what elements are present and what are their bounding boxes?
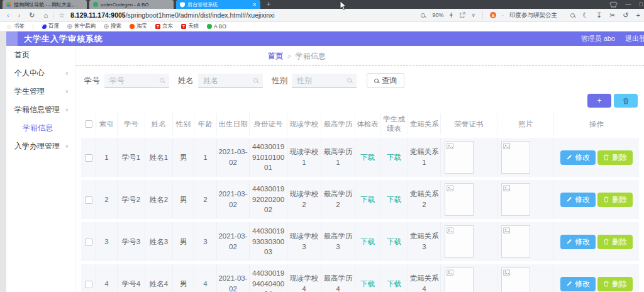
search-button[interactable]: 查询: [367, 73, 404, 88]
maximize-button[interactable]: □: [640, 1, 643, 8]
delete-button[interactable]: 删除: [597, 150, 633, 165]
breadcrumb-home[interactable]: 首页: [268, 51, 283, 62]
current-user: 管理员 abo: [581, 34, 615, 43]
bookmark-jd[interactable]: T 京东: [155, 23, 173, 30]
tab-title: 搜狗网址导航 - - 网址大全,实用网...: [14, 1, 83, 8]
pencil-icon: [566, 239, 572, 245]
physical-exam-download-link[interactable]: 下载: [360, 196, 375, 203]
forward-icon[interactable]: ›: [18, 11, 21, 19]
minimize-button[interactable]: —: [626, 1, 631, 8]
trash-icon: [603, 196, 609, 203]
divider: [33, 24, 33, 30]
col-header: 荣誉证书: [441, 113, 497, 135]
grades-download-link[interactable]: 下载: [387, 154, 401, 161]
row-checkbox[interactable]: [85, 239, 92, 246]
cell-education: 最高学历3: [321, 222, 355, 261]
batch-delete-button[interactable]: [614, 94, 638, 108]
edit-button-label: 修改: [575, 152, 590, 163]
bookmark-label: 天猫: [188, 23, 199, 30]
broken-image-icon: [447, 185, 454, 192]
sidebar-item-personal-center[interactable]: 个人中心 ∨: [6, 64, 75, 82]
photo-image: [501, 183, 530, 216]
physical-exam-download-link[interactable]: 下载: [360, 238, 375, 245]
edit-button[interactable]: 修改: [560, 150, 596, 165]
edit-button[interactable]: 修改: [560, 193, 596, 207]
bookmark-search[interactable]: 搜索: [104, 23, 121, 30]
sidebar-item-student-record-management[interactable]: 学籍信息管理 ∧: [6, 101, 75, 119]
delete-button[interactable]: 删除: [597, 235, 633, 249]
broken-image-icon: [503, 143, 511, 150]
edit-button[interactable]: 修改: [560, 235, 596, 249]
grades-download-link[interactable]: 下载: [387, 280, 401, 288]
page-zoom-level[interactable]: 90%: [432, 12, 443, 18]
add-extension-icon[interactable]: +: [636, 11, 640, 19]
screenshot-scissors-icon[interactable]: ✂: [609, 11, 615, 20]
table-row: 4 学号4 姓名4 男 4 2021-03-02 440300199404040…: [81, 264, 639, 292]
browser-tab-ordercodegen[interactable]: orderCodegen - A BO: [89, 0, 174, 9]
cell-gender: 男: [173, 138, 194, 177]
cell-age: 2: [194, 180, 217, 219]
browser-tab-admin-system[interactable]: 后台管理系统 ✕: [176, 0, 260, 9]
undo-history-icon[interactable]: ↺: [623, 11, 628, 20]
row-checkbox[interactable]: [85, 196, 92, 204]
cell-gender: 男: [173, 222, 194, 261]
select-all-checkbox[interactable]: [85, 120, 92, 128]
cell-party-relation: 党籍关系4: [408, 264, 441, 292]
bookmark-suning[interactable]: 苏宁易购: [67, 23, 96, 30]
globe-icon: [67, 24, 72, 29]
bookmarks-label[interactable]: ☆ 书签: [6, 23, 25, 30]
new-tab-button[interactable]: +: [267, 0, 270, 9]
row-checkbox[interactable]: [85, 154, 92, 162]
sidebar-item-enrollment-management[interactable]: 入学办理管理 ∨: [6, 137, 75, 155]
lightning-icon[interactable]: [449, 12, 453, 18]
zoom-search-icon[interactable]: [421, 13, 425, 18]
logout-link[interactable]: 退出登录: [625, 34, 644, 43]
search-icon[interactable]: [570, 13, 575, 18]
bookmark-taobao[interactable]: 淘宝: [130, 23, 147, 30]
green-dot-icon: [207, 24, 212, 29]
physical-exam-download-link[interactable]: 下载: [360, 154, 375, 161]
pencil-icon: [566, 196, 572, 203]
night-mode-icon[interactable]: ☾: [582, 11, 589, 20]
pencil-icon: [566, 281, 572, 287]
row-checkbox[interactable]: [85, 281, 92, 288]
sidebar-item-student-management[interactable]: 学生管理 ∨: [6, 82, 75, 101]
physical-exam-download-link[interactable]: 下载: [360, 280, 375, 288]
cell-party-relation: 党籍关系1: [408, 138, 441, 177]
dot-separator: ·: [502, 12, 504, 18]
delete-button[interactable]: 删除: [597, 277, 633, 291]
cell-name: 姓名2: [145, 180, 173, 219]
url-text[interactable]: 8.129.11.174:9005/springboot1hme0/admin/…: [70, 11, 275, 19]
sidebar-item-home[interactable]: 首页: [6, 46, 75, 64]
hot-search-text[interactable]: 印度参与绑架公主: [509, 11, 557, 20]
chevron-down-icon[interactable]: ∨: [471, 12, 475, 18]
bookmark-star-icon[interactable]: ☆: [58, 11, 65, 20]
honor-certificate-image: [445, 267, 474, 292]
browser-tab-sogou-nav[interactable]: 搜狗网址导航 - - 网址大全,实用网...: [3, 0, 87, 9]
sogou-nav-favicon: [6, 2, 11, 7]
sogou-search-icon[interactable]: S: [490, 12, 496, 18]
grades-download-link[interactable]: 下载: [387, 196, 401, 203]
bookmark-abo[interactable]: A BO: [207, 23, 226, 30]
cell-id-number: 440300199101010001: [250, 138, 287, 177]
cell-gender: 男: [173, 264, 194, 292]
edit-button-label: 修改: [575, 237, 590, 247]
skin-icon[interactable]: [609, 1, 618, 8]
chevron-up-icon: ∧: [65, 101, 69, 119]
grades-download-link[interactable]: 下载: [387, 238, 401, 245]
home-icon[interactable]: ⌂: [44, 11, 48, 19]
back-icon[interactable]: ‹: [7, 11, 9, 19]
add-button[interactable]: +: [587, 94, 611, 108]
divider: [53, 11, 53, 19]
bookmark-baidu[interactable]: 百度: [42, 23, 59, 30]
cell-student-no: 学号2: [118, 180, 145, 219]
refresh-icon[interactable]: ↻: [29, 11, 35, 20]
cell-birth-date: 2021-03-02: [217, 222, 250, 261]
share-icon[interactable]: [459, 12, 465, 18]
bookmark-tmall[interactable]: T 天猫: [181, 23, 199, 30]
download-icon[interactable]: ↧: [596, 11, 602, 20]
edit-button[interactable]: 修改: [560, 277, 596, 291]
delete-button[interactable]: 删除: [597, 193, 633, 207]
tab-close-icon[interactable]: ✕: [252, 2, 257, 8]
sidebar-item-student-record-info[interactable]: 学籍信息: [6, 119, 75, 137]
